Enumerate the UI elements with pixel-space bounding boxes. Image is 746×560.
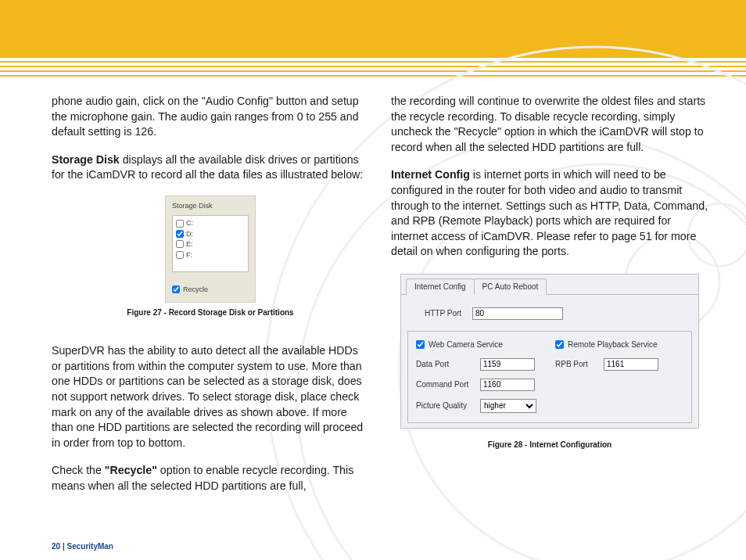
picture-quality-select[interactable]: higher	[480, 399, 536, 413]
figure-27-caption: Figure 27 - Record Storage Disk or Parti…	[52, 307, 369, 318]
rpb-port-input[interactable]	[604, 358, 658, 371]
data-port-row: Data Port	[416, 358, 547, 371]
command-port-label: Command Port	[416, 379, 474, 390]
left-column: phone audio gain, click on the "Audio Co…	[52, 94, 369, 507]
lead-storage-disk: Storage Disk	[52, 153, 120, 166]
para-superdvr: SuperDVR has the ability to auto detect …	[52, 343, 369, 451]
drive-label: D:	[186, 229, 193, 239]
recycle-checkbox[interactable]	[172, 285, 180, 293]
storage-disk-title: Storage Disk	[172, 201, 249, 210]
para-internet-config-rest: is internet ports in which will need to …	[391, 168, 708, 257]
figure-28: Internet Config PC Auto Reboot HTTP Port…	[391, 274, 708, 450]
recycle-label: Recycle	[183, 285, 208, 294]
para-storage-disk: Storage Disk displays all the available …	[52, 153, 369, 183]
drive-checkbox-d[interactable]	[176, 230, 184, 238]
tab-pc-auto-reboot[interactable]: PC Auto Reboot	[474, 278, 547, 295]
banner-stripes	[0, 58, 746, 77]
figure-27: Storage Disk C: D: E: F: Recycle Figure …	[52, 196, 369, 318]
recycle-row[interactable]: Recycle	[172, 285, 249, 294]
web-camera-column: Web Camera Service Data Port Command Por…	[416, 339, 547, 413]
right-column: the recording will continue to overwrite…	[391, 94, 708, 507]
page-footer: 20 | SecurityMan	[52, 541, 113, 552]
drive-label: C:	[186, 218, 193, 228]
tabs-row: Internet Config PC Auto Reboot	[401, 275, 698, 295]
para-internet-config: Internet Config is internet ports in whi…	[391, 167, 708, 260]
drive-list: C: D: E: F:	[172, 215, 249, 272]
rpb-column: Remote Playback Service RPB Port	[555, 339, 687, 413]
data-port-label: Data Port	[416, 359, 474, 370]
web-camera-service-checkbox[interactable]	[416, 340, 425, 349]
lead-internet-config: Internet Config	[391, 168, 470, 181]
drive-row[interactable]: E:	[176, 239, 245, 249]
top-banner	[0, 0, 746, 58]
para-audio-gain: phone audio gain, click on the "Audio Co…	[52, 94, 369, 140]
command-port-row: Command Port	[416, 379, 547, 391]
rpb-service-checkbox[interactable]	[555, 340, 564, 349]
drive-checkbox-f[interactable]	[176, 251, 184, 259]
drive-label: F:	[186, 250, 192, 260]
web-camera-service-row[interactable]: Web Camera Service	[416, 339, 547, 350]
content-columns: phone audio gain, click on the "Audio Co…	[0, 77, 746, 507]
para-recycle: Check the "Recycle" option to enable rec…	[52, 463, 369, 494]
rpb-port-row: RPB Port	[555, 358, 687, 371]
drive-row[interactable]: F:	[176, 250, 245, 260]
para-recycle-a: Check the	[52, 464, 105, 476]
drive-checkbox-e[interactable]	[176, 240, 184, 248]
http-port-label: HTTP Port	[425, 308, 461, 319]
http-port-row: HTTP Port	[401, 295, 698, 331]
drive-checkbox-c[interactable]	[176, 220, 184, 228]
http-port-input[interactable]	[472, 307, 563, 320]
picture-quality-row: Picture Quality higher	[416, 399, 547, 413]
web-camera-service-label: Web Camera Service	[429, 339, 503, 350]
para-recycle-continued: the recording will continue to overwrite…	[391, 94, 708, 155]
rpb-port-label: RPB Port	[555, 359, 597, 370]
services-frame: Web Camera Service Data Port Command Por…	[407, 331, 692, 423]
picture-quality-label: Picture Quality	[416, 400, 474, 411]
drive-row[interactable]: C:	[176, 218, 245, 228]
rpb-service-row[interactable]: Remote Playback Service	[555, 339, 687, 350]
internet-config-panel: Internet Config PC Auto Reboot HTTP Port…	[400, 274, 699, 429]
tab-internet-config[interactable]: Internet Config	[406, 278, 475, 295]
storage-disk-panel: Storage Disk C: D: E: F: Recycle	[165, 196, 256, 303]
data-port-input[interactable]	[480, 358, 535, 371]
rpb-service-label: Remote Playback Service	[568, 339, 658, 350]
command-port-input[interactable]	[480, 379, 535, 391]
drive-row[interactable]: D:	[176, 229, 245, 239]
para-recycle-bold: "Recycle"	[105, 464, 157, 476]
drive-label: E:	[186, 239, 193, 249]
figure-28-caption: Figure 28 - Internet Configuration	[391, 440, 708, 451]
